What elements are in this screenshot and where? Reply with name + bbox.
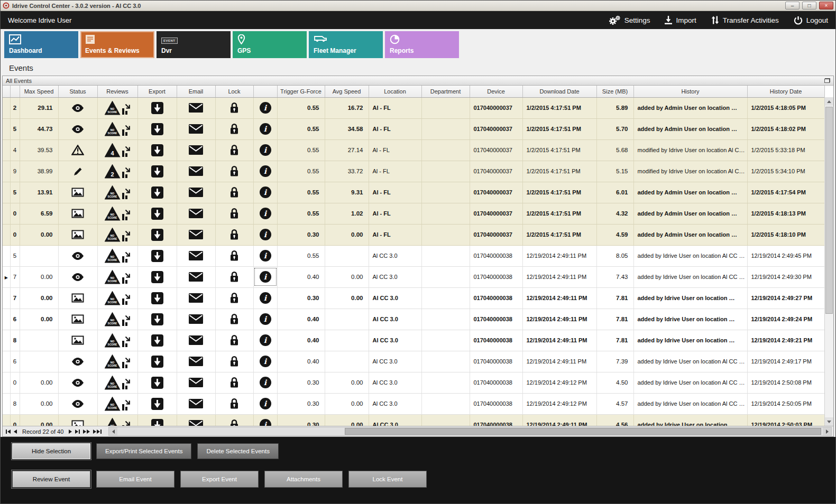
event-row[interactable]: 00.00NOSCOREi0.300.00Al CC 3.00170400000…: [3, 414, 824, 426]
horizontal-scrollbar[interactable]: [108, 427, 832, 436]
info-cell[interactable]: i: [253, 266, 277, 287]
email-cell[interactable]: [177, 266, 215, 287]
tab-dvr[interactable]: EVENT Dvr: [157, 31, 231, 58]
info-cell[interactable]: i: [253, 118, 277, 139]
close-icon[interactable]: ×: [819, 2, 833, 10]
status-cell[interactable]: [58, 224, 97, 245]
export-cell[interactable]: [137, 97, 177, 118]
info-cell[interactable]: i: [253, 372, 277, 393]
horizontal-scroll-thumb[interactable]: [345, 428, 821, 435]
lock-event-button[interactable]: Lock Event: [348, 471, 427, 488]
email-cell[interactable]: [177, 161, 215, 182]
tab-fleet-manager[interactable]: Fleet Manager: [309, 31, 383, 58]
info-cell[interactable]: i: [253, 414, 277, 426]
export-cell[interactable]: [137, 372, 177, 393]
email-cell[interactable]: [177, 97, 215, 118]
reviews-cell[interactable]: NOSCORE: [97, 287, 137, 309]
reviews-cell[interactable]: NOSCORE: [97, 414, 137, 426]
export-cell[interactable]: [137, 351, 177, 372]
event-row[interactable]: 439.534i0.5527.14Al - FL0170400000371/2/…: [3, 139, 824, 161]
status-cell[interactable]: [58, 182, 97, 203]
transfer-activities-button[interactable]: Transfer Activities: [711, 16, 779, 24]
info-cell[interactable]: i: [253, 203, 277, 224]
review-event-button[interactable]: Review Event: [12, 471, 90, 488]
status-cell[interactable]: [58, 372, 97, 393]
export-cell[interactable]: [137, 203, 177, 224]
reviews-cell[interactable]: NOSCORE: [97, 118, 137, 139]
column-header[interactable]: History: [633, 86, 747, 97]
status-cell[interactable]: [58, 393, 97, 414]
event-row[interactable]: ▶70.00NOSCOREi0.400.00Al CC 3.0017040000…: [3, 266, 824, 287]
info-cell[interactable]: i: [253, 287, 277, 309]
column-header[interactable]: Device: [470, 86, 522, 97]
column-header[interactable]: Download Date: [522, 86, 596, 97]
reviews-cell[interactable]: NOSCORE: [97, 97, 137, 118]
column-header[interactable]: Size (MB): [596, 86, 633, 97]
export-print-selected-events-button[interactable]: Export/Print Selected Events: [96, 443, 191, 459]
lock-cell[interactable]: [215, 393, 253, 414]
column-header[interactable]: [253, 86, 277, 97]
reviews-cell[interactable]: NOSCORE: [97, 245, 137, 266]
scroll-up-icon[interactable]: [825, 97, 833, 106]
lock-cell[interactable]: [215, 351, 253, 372]
info-cell[interactable]: i: [253, 139, 277, 161]
last-record-button[interactable]: [74, 427, 81, 436]
status-cell[interactable]: [58, 351, 97, 372]
email-cell[interactable]: [177, 330, 215, 351]
event-row[interactable]: 513.91NOSCOREi0.559.31Al - FL01704000003…: [3, 182, 824, 203]
reviews-cell[interactable]: NOSCORE: [97, 372, 137, 393]
lock-cell[interactable]: [215, 372, 253, 393]
export-cell[interactable]: [137, 266, 177, 287]
event-row[interactable]: 6NOSCOREi0.40Al CC 3.001704000003812/19/…: [3, 351, 824, 372]
scroll-down-icon[interactable]: [825, 417, 833, 426]
hide-selection-button[interactable]: Hide Selection: [12, 443, 90, 459]
info-cell[interactable]: i: [253, 393, 277, 414]
email-cell[interactable]: [177, 245, 215, 266]
column-header[interactable]: Email: [177, 86, 215, 97]
tab-gps[interactable]: GPS: [233, 31, 307, 58]
info-cell[interactable]: i: [253, 351, 277, 372]
next-page-button[interactable]: [81, 427, 91, 436]
email-cell[interactable]: [177, 224, 215, 245]
column-header[interactable]: [3, 86, 10, 97]
lock-cell[interactable]: [215, 97, 253, 118]
status-cell[interactable]: [58, 161, 97, 182]
column-header[interactable]: Lock: [215, 86, 253, 97]
email-cell[interactable]: [177, 203, 215, 224]
maximize-icon[interactable]: □: [802, 2, 816, 10]
status-cell[interactable]: [58, 97, 97, 118]
event-row[interactable]: 229.11NOSCOREi0.5516.72Al - FL0170400000…: [3, 97, 824, 118]
email-cell[interactable]: [177, 309, 215, 330]
reviews-cell[interactable]: NOSCORE: [97, 182, 137, 203]
email-cell[interactable]: [177, 372, 215, 393]
column-header[interactable]: Reviews: [97, 86, 137, 97]
lock-cell[interactable]: [215, 203, 253, 224]
export-cell[interactable]: [137, 287, 177, 309]
previous-record-button[interactable]: [12, 427, 19, 436]
status-cell[interactable]: [58, 245, 97, 266]
event-row[interactable]: 5NOSCOREi0.55Al CC 3.001704000003812/19/…: [3, 245, 824, 266]
logout-button[interactable]: Logout: [794, 16, 828, 25]
event-row[interactable]: 00.00NOSCOREi0.300.00Al CC 3.00170400000…: [3, 372, 824, 393]
reviews-cell[interactable]: NOSCORE: [97, 330, 137, 351]
status-cell[interactable]: [58, 330, 97, 351]
info-cell[interactable]: i: [253, 330, 277, 351]
export-cell[interactable]: [137, 309, 177, 330]
lock-cell[interactable]: [215, 287, 253, 309]
export-cell[interactable]: [137, 139, 177, 161]
lock-cell[interactable]: [215, 161, 253, 182]
status-cell[interactable]: [58, 287, 97, 309]
reviews-cell[interactable]: 2: [97, 161, 137, 182]
export-cell[interactable]: [137, 393, 177, 414]
lock-cell[interactable]: [215, 118, 253, 139]
tab-dashboard[interactable]: Dashboard: [4, 31, 78, 58]
minimize-icon[interactable]: –: [785, 2, 800, 10]
event-row[interactable]: 80.00NOSCOREi0.300.00Al CC 3.00170400000…: [3, 393, 824, 414]
info-cell[interactable]: i: [253, 245, 277, 266]
export-cell[interactable]: [137, 161, 177, 182]
info-cell[interactable]: i: [253, 224, 277, 245]
email-cell[interactable]: [177, 414, 215, 426]
reviews-cell[interactable]: NOSCORE: [97, 224, 137, 245]
email-cell[interactable]: [177, 118, 215, 139]
reviews-cell[interactable]: NOSCORE: [97, 351, 137, 372]
